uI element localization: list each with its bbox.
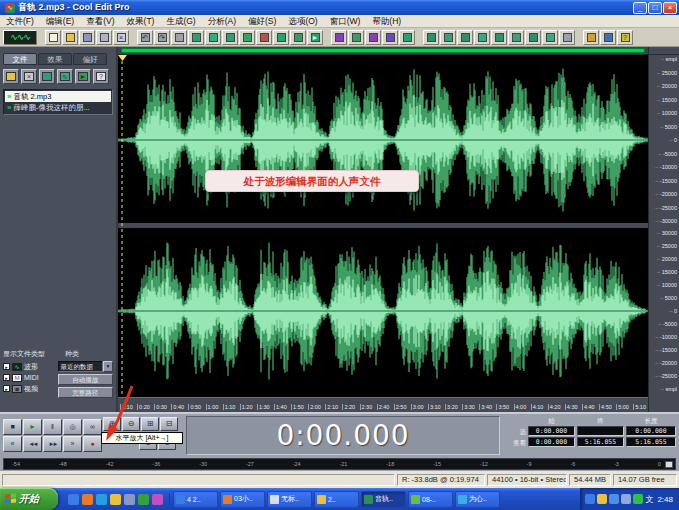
- play-button[interactable]: ►: [23, 419, 42, 435]
- play-looped-button[interactable]: ◎: [63, 419, 82, 435]
- redo-button[interactable]: ↷: [154, 30, 170, 45]
- new-file-button[interactable]: [45, 30, 61, 45]
- session-info-button[interactable]: [559, 30, 575, 45]
- tab-favorites[interactable]: 偏好: [73, 53, 107, 65]
- file-list-item[interactable]: »音轨 2.mp3: [5, 91, 111, 102]
- start-button[interactable]: 开始: [0, 488, 58, 510]
- menu-item[interactable]: 窗口(W): [324, 15, 367, 28]
- show-desktop-icon[interactable]: [124, 494, 135, 505]
- network-icon[interactable]: [609, 494, 619, 504]
- media-player-icon[interactable]: [82, 494, 93, 505]
- loop-button[interactable]: ∞: [83, 419, 102, 435]
- meter-reset-indicator[interactable]: [665, 461, 673, 468]
- selection-length-field[interactable]: 0:00.000: [626, 426, 676, 436]
- amplify-button[interactable]: [348, 30, 364, 45]
- menu-item[interactable]: 查看(V): [80, 15, 120, 28]
- undo-button[interactable]: ↶: [137, 30, 153, 45]
- taskbar-task[interactable]: 08-..: [408, 491, 453, 508]
- open-file-button[interactable]: [62, 30, 78, 45]
- close-file-button[interactable]: ×: [113, 30, 129, 45]
- cd-burn-button[interactable]: [474, 30, 490, 45]
- menu-item[interactable]: 文件(F): [0, 15, 40, 28]
- view-begin-field[interactable]: 0:00.000: [528, 437, 575, 447]
- zoom-in-horizontal-button[interactable]: ⊕: [103, 417, 121, 431]
- menu-item[interactable]: 效果(T): [121, 15, 161, 28]
- minimize-button[interactable]: _: [633, 2, 647, 14]
- open-file-button[interactable]: [3, 69, 19, 84]
- edit-waveform-button[interactable]: ∿: [57, 69, 73, 84]
- pan-envelope-button[interactable]: [440, 30, 456, 45]
- close-button[interactable]: ×: [663, 2, 677, 14]
- level-meter[interactable]: -54-48-42-36-30-27-24-21-18-15-12-9-6-30: [3, 458, 676, 470]
- expand-toggle-icon[interactable]: ▸: [3, 374, 10, 381]
- expand-toggle-icon[interactable]: ▸: [3, 385, 10, 392]
- zoom-out-horizontal-button[interactable]: ⊖: [122, 417, 140, 431]
- folder-icon[interactable]: [110, 494, 121, 505]
- keyboard-shortcuts-button[interactable]: [600, 30, 616, 45]
- language-indicator[interactable]: 文: [645, 494, 653, 505]
- menu-item[interactable]: 编辑(E): [40, 15, 80, 28]
- zoom-selection-button[interactable]: ⊞: [141, 417, 159, 431]
- play-file-button[interactable]: ►: [75, 69, 91, 84]
- ie-icon[interactable]: [68, 494, 79, 505]
- stop-button[interactable]: ■: [3, 419, 22, 435]
- menu-item[interactable]: 偏好(S): [242, 15, 282, 28]
- delete-button[interactable]: [256, 30, 272, 45]
- selection-begin-field[interactable]: 0:00.000: [528, 426, 575, 436]
- sort-dropdown[interactable]: 最近的数据 ▼: [58, 361, 113, 372]
- cut-button[interactable]: [171, 30, 187, 45]
- trim-button[interactable]: [239, 30, 255, 45]
- close-file-button[interactable]: ×: [21, 69, 37, 84]
- save-as-button[interactable]: [96, 30, 112, 45]
- timeline-ruler[interactable]: 0:100:200:300:400:501:001:101:201:301:40…: [118, 397, 648, 412]
- paste-button[interactable]: [205, 30, 221, 45]
- pause-button[interactable]: ‖: [43, 419, 62, 435]
- qq-icon[interactable]: [633, 494, 643, 504]
- save-file-button[interactable]: [79, 30, 95, 45]
- taskbar-task[interactable]: 03小..: [220, 491, 265, 508]
- batch-scripts-button[interactable]: [491, 30, 507, 45]
- add-marker-button[interactable]: [290, 30, 306, 45]
- expand-toggle-icon[interactable]: ▸: [3, 363, 10, 370]
- insert-multitrack-button[interactable]: [39, 69, 55, 84]
- paint-icon[interactable]: [152, 494, 163, 505]
- go-end-button[interactable]: »: [63, 436, 82, 452]
- menu-item[interactable]: 选项(O): [282, 15, 323, 28]
- file-type-row[interactable]: ▸MMIDI: [3, 372, 55, 383]
- file-type-row[interactable]: ▸▣视频: [3, 383, 55, 394]
- menu-item[interactable]: 分析(A): [202, 15, 242, 28]
- messenger-icon[interactable]: [585, 494, 595, 504]
- file-type-row[interactable]: ▸∿波形: [3, 361, 55, 372]
- overview-range-bar[interactable]: [121, 48, 645, 53]
- taskbar-task[interactable]: 4 2..: [173, 491, 218, 508]
- taskbar-task[interactable]: 音轨..: [361, 491, 406, 508]
- menu-item[interactable]: 生成(G): [160, 15, 201, 28]
- reverb-button[interactable]: [382, 30, 398, 45]
- taskbar-task[interactable]: 为心..: [455, 491, 500, 508]
- help-topics-button[interactable]: ?: [617, 30, 633, 45]
- restore-button[interactable]: □: [648, 2, 662, 14]
- fft-filter-button[interactable]: [331, 30, 347, 45]
- monitor-record-level-button[interactable]: [508, 30, 524, 45]
- convert-sample-type-button[interactable]: [273, 30, 289, 45]
- green-app-icon[interactable]: [138, 494, 149, 505]
- selection-end-field[interactable]: [577, 426, 624, 436]
- auto-play-button[interactable]: 自动播放: [58, 374, 113, 385]
- file-list-item[interactable]: »薛峰鹏-像我这样的朋...: [5, 102, 111, 113]
- msn-icon[interactable]: [96, 494, 107, 505]
- rewind-button[interactable]: ◄◄: [23, 436, 42, 452]
- fast-forward-button[interactable]: ►►: [43, 436, 62, 452]
- waveform-canvas[interactable]: [118, 55, 648, 397]
- go-start-button[interactable]: «: [3, 436, 22, 452]
- settings-button[interactable]: [525, 30, 541, 45]
- delay-effects-button[interactable]: [365, 30, 381, 45]
- device-properties-button[interactable]: [542, 30, 558, 45]
- help-button[interactable]: ?: [93, 69, 109, 84]
- shield-icon[interactable]: [597, 494, 607, 504]
- copy-button[interactable]: [188, 30, 204, 45]
- zoom-full-button[interactable]: ⊟: [160, 417, 178, 431]
- record-button[interactable]: ●: [83, 436, 102, 452]
- play-preview-button[interactable]: ►: [307, 30, 323, 45]
- tab-effects[interactable]: 效果: [38, 53, 72, 65]
- menu-item[interactable]: 帮助(H): [366, 15, 407, 28]
